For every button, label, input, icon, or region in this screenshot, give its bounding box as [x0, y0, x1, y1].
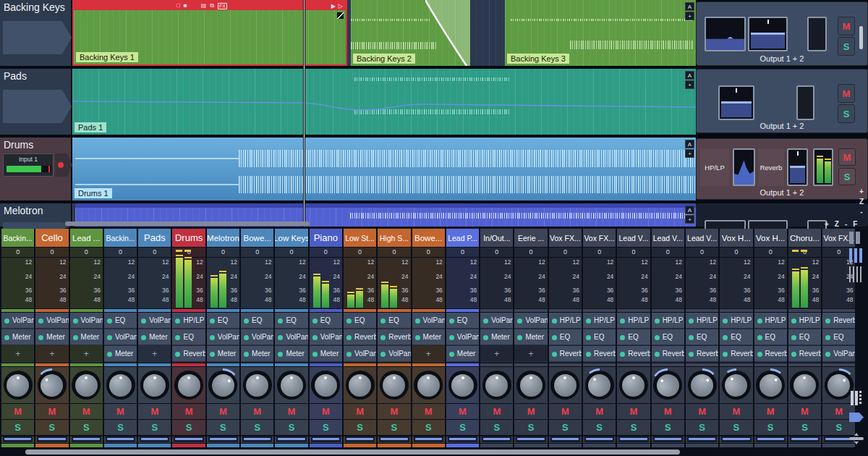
solo-button[interactable]: S — [838, 104, 855, 123]
mute-button[interactable]: M — [70, 404, 103, 419]
channel-name[interactable]: Low Keys — [275, 229, 307, 247]
solo-button[interactable]: S — [138, 420, 171, 435]
automation-button[interactable]: A — [685, 140, 694, 148]
plugin-button-volpan[interactable]: VolPan — [344, 346, 376, 362]
plugin-button-eq[interactable]: EQ — [652, 329, 684, 345]
plugin-button-reverb[interactable]: Reverb — [549, 346, 582, 362]
channel-name[interactable]: Bowe... — [241, 229, 273, 247]
pan-knob[interactable] — [720, 367, 752, 403]
mute-button[interactable]: M — [241, 404, 273, 419]
channel-gain-value[interactable]: 0 — [788, 248, 821, 257]
track-header-backing-keys[interactable]: Backing Keys — [0, 0, 72, 66]
plugin-button-volpan[interactable]: VolPan — [514, 313, 547, 329]
plugin-button-reverb[interactable]: Reverb — [754, 346, 787, 362]
track-panel[interactable] — [3, 90, 72, 123]
channel-name[interactable]: Pads — [138, 229, 171, 247]
audio-clip[interactable]: Backing Keys 3 — [505, 0, 696, 66]
automation-button[interactable]: A — [685, 2, 694, 11]
solo-button[interactable]: S — [207, 420, 239, 435]
plugin-button-reverb[interactable]: Reverb — [344, 329, 376, 345]
solo-button[interactable]: S — [446, 420, 479, 435]
play-filled-icon[interactable]: ▶ — [331, 3, 336, 9]
channel-gain-value[interactable]: 0 — [480, 248, 513, 257]
pan-knob[interactable] — [412, 367, 445, 403]
plugin-button-meter[interactable]: Meter — [1, 329, 34, 345]
plugin-button-volpan[interactable]: VolPan — [446, 329, 479, 345]
pan-knob[interactable] — [549, 367, 582, 403]
tracks-horizontal-scrollbar[interactable] — [65, 221, 310, 226]
fader-slit[interactable] — [686, 436, 718, 443]
pan-knob[interactable] — [480, 367, 513, 403]
solo-button[interactable]: S — [1, 420, 34, 435]
channel-gain-value[interactable]: 0 — [35, 248, 68, 257]
clip-resize-handle-icon[interactable] — [337, 12, 344, 19]
plugin-button-reverb[interactable]: Reverb — [788, 346, 821, 362]
channel-name[interactable]: Vox H... — [754, 229, 787, 247]
fader-slit[interactable] — [172, 436, 205, 443]
plugin-button-reverb[interactable]: Reverb — [617, 346, 650, 362]
zoom-fit-button[interactable]: Z — [859, 198, 864, 206]
plugin-button-meter[interactable]: Meter — [104, 346, 137, 362]
plugin-button-reverb[interactable]: Reverb — [686, 346, 718, 362]
audio-clip[interactable]: Drums 1 — [72, 138, 696, 200]
solo-button[interactable]: S — [275, 420, 307, 435]
solo-button[interactable]: S — [754, 420, 787, 435]
play-outline-icon[interactable]: ▷ — [339, 3, 343, 9]
channel-name[interactable]: Choru... — [788, 229, 821, 247]
pan-knob[interactable] — [138, 367, 171, 403]
add-track-button[interactable]: + — [685, 149, 694, 158]
output-destination-label[interactable]: Output 1 + 2 — [697, 122, 867, 130]
plugin-button-meter[interactable]: Meter — [412, 329, 445, 345]
zoom-in-button[interactable]: + — [859, 187, 864, 195]
input-device-widget[interactable]: Input 1 — [3, 153, 54, 177]
pan-knob[interactable] — [1, 367, 34, 403]
plugin-button-meter[interactable]: Meter — [138, 329, 171, 345]
fader-slit[interactable] — [412, 436, 445, 443]
plugin-button-reverb[interactable]: Reverb — [652, 346, 684, 362]
plugin-button-eq[interactable]: EQ — [172, 329, 205, 345]
mute-button[interactable]: M — [1, 404, 34, 419]
pan-knob[interactable] — [207, 367, 239, 403]
add-plugin-button[interactable]: + — [35, 346, 68, 362]
plugin-button-reverb[interactable]: Reverb — [583, 346, 616, 362]
mute-button[interactable]: M — [514, 404, 547, 419]
channel-name[interactable]: Vox H... — [720, 229, 752, 247]
plugin-button-eq[interactable]: EQ — [446, 313, 479, 329]
pan-knob[interactable] — [583, 367, 616, 403]
mute-button[interactable]: M — [838, 84, 855, 103]
add-plugin-button[interactable]: + — [138, 346, 171, 362]
channel-name[interactable]: Low St... — [344, 229, 376, 247]
plugin-button-volpan[interactable]: VolPan — [310, 329, 342, 345]
plugin-button-volpan[interactable]: VolPan — [275, 329, 307, 345]
mute-button[interactable]: M — [720, 404, 752, 419]
pan-knob[interactable] — [652, 367, 684, 403]
output-destination-label[interactable]: Output 1 + 2 — [697, 188, 867, 197]
pan-knob[interactable] — [172, 367, 205, 403]
add-plugin-button[interactable]: + — [514, 346, 547, 362]
channel-gain-value[interactable]: 0 — [686, 248, 718, 257]
track-lane[interactable]: Drums 1 A + — [72, 138, 696, 200]
crossfader-icon[interactable] — [849, 433, 864, 444]
plugin-button-volpan[interactable]: VolPan — [207, 329, 239, 345]
plugin-button-eq[interactable]: EQ — [241, 313, 273, 329]
plugin-button-volpan[interactable]: VolPan — [241, 329, 273, 345]
solo-button[interactable]: S — [838, 168, 856, 185]
pan-knob[interactable] — [686, 367, 718, 403]
filled-square-icon[interactable]: ■ — [184, 1, 187, 10]
fader-slit[interactable] — [275, 436, 307, 443]
mute-button[interactable]: M — [446, 404, 479, 419]
add-plugin-button[interactable]: + — [70, 346, 103, 362]
fader-slit[interactable] — [35, 436, 68, 443]
plugin-button-meter[interactable]: Meter — [241, 346, 273, 362]
mute-button[interactable]: M — [652, 404, 684, 419]
pan-knob[interactable] — [446, 367, 479, 403]
mute-button[interactable]: M — [549, 404, 582, 419]
plugin-button-eq[interactable]: EQ — [104, 313, 137, 329]
plugin-button-reverb[interactable]: Reverb — [720, 346, 752, 362]
plugin-button-meter[interactable]: Meter — [480, 329, 513, 345]
fader-slit[interactable] — [788, 436, 821, 443]
channel-name[interactable]: Drums — [172, 229, 205, 247]
fader-slit[interactable] — [378, 436, 410, 443]
mute-button[interactable]: M — [412, 404, 445, 419]
solo-button[interactable]: S — [412, 420, 445, 435]
